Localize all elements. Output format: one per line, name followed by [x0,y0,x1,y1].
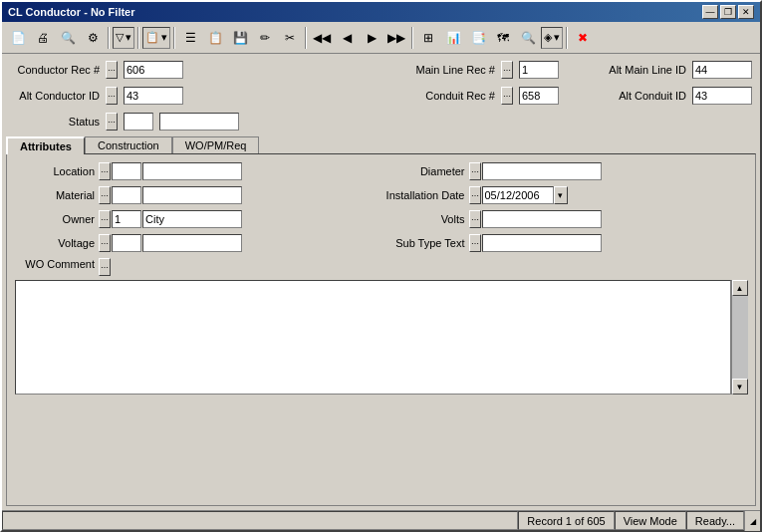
voltage-label: Voltage [15,237,95,249]
ready-status: Ready... [686,511,744,530]
last-button[interactable]: ▶▶ [384,26,408,50]
map-button[interactable]: 🗺 [491,26,515,50]
alt-main-line-id-label: Alt Main Line ID [587,64,686,76]
attributes-layout: Location ⋯ Material ⋯ [15,162,747,276]
location-controls: ⋯ [99,162,242,180]
report-button[interactable]: 📑 [466,26,490,50]
close-button[interactable]: ✕ [738,5,754,19]
location-btn[interactable]: ⋯ [99,162,111,180]
material-controls: ⋯ [99,186,242,204]
print-button[interactable]: 🖨 [31,26,55,50]
scroll-up-btn[interactable]: ▲ [732,280,748,296]
conduit-rec-btn[interactable]: ⋯ [501,87,513,105]
minimize-button[interactable]: — [702,5,718,19]
wo-comment-btn[interactable]: ⋯ [99,258,111,276]
owner-label: Owner [15,213,95,225]
location-text-input[interactable] [142,162,242,180]
main-line-rec-btn[interactable]: ⋯ [501,61,513,79]
view-icon: 📋 [145,31,159,44]
first-button[interactable]: ◀◀ [310,26,334,50]
wo-comment-area-row: ▲ ▼ [15,280,747,395]
owner-controls: ⋯ [99,210,242,228]
title-bar: CL Conductor - No Filter — ❐ ✕ [2,2,760,22]
list-button[interactable]: ☰ [178,26,202,50]
voltage-code-input[interactable] [112,234,141,252]
material-code-input[interactable] [112,186,141,204]
resize-corner[interactable]: ◢ [744,511,760,531]
view-dropdown[interactable]: 📋 ▾ [142,27,170,49]
tab-attributes-content: Location ⋯ Material ⋯ [6,153,756,506]
prev-button[interactable]: ◀ [335,26,359,50]
location-field: Location ⋯ [15,162,378,180]
owner-code-input[interactable] [112,210,141,228]
grid-button[interactable]: ⊞ [416,26,440,50]
date-field: ▾ [482,186,568,204]
date-dropdown-btn[interactable]: ▾ [554,186,568,204]
owner-btn[interactable]: ⋯ [99,210,111,228]
volts-btn[interactable]: ⋯ [469,210,481,228]
installation-date-lookup-btn[interactable]: ⋯ [469,186,481,204]
restore-button[interactable]: ❐ [720,5,736,19]
location-code-input[interactable] [112,162,141,180]
installation-date-label: Installation Date [385,189,465,201]
tab-attributes[interactable]: Attributes [6,136,85,154]
wo-comment-textarea[interactable] [15,280,731,395]
alt-conductor-id-btn[interactable]: ⋯ [106,87,118,105]
fields-row-1: Conductor Rec # ⋯ Main Line Rec # ⋯ Alt … [6,58,756,82]
next-button[interactable]: ▶ [360,26,383,50]
alt-main-line-id-input[interactable] [692,61,752,79]
diameter-input[interactable] [482,162,602,180]
volts-input[interactable] [482,210,602,228]
new-button[interactable]: 📄 [6,26,30,50]
tab-construction[interactable]: Construction [85,136,172,154]
zoom-button[interactable]: 🔍 [56,26,80,50]
copy-button[interactable]: 📋 [203,26,227,50]
alt-conductor-id-input[interactable] [124,87,183,105]
material-text-input[interactable] [142,186,242,204]
right-column: Diameter ⋯ Installation Date ⋯ [385,162,748,276]
material-field: Material ⋯ [15,186,378,204]
scroll-down-btn[interactable]: ▼ [732,379,748,395]
tools-button[interactable]: ⚙ [81,26,105,50]
owner-text-input[interactable] [142,210,242,228]
tab-wo-pm-req[interactable]: WO/PM/Req [172,136,260,154]
status-btn[interactable]: ⋯ [106,113,118,131]
wo-comment-area-wrapper: ▲ ▼ [15,280,747,395]
delete-button[interactable]: ✂ [278,26,302,50]
main-line-rec-input[interactable] [519,61,559,79]
diameter-btn[interactable]: ⋯ [469,162,481,180]
more-dropdown[interactable]: ◈ ▾ [541,27,563,49]
volts-label: Volts [385,213,465,225]
voltage-text-input[interactable] [142,234,242,252]
conduit-rec-input[interactable] [519,87,559,105]
filter-dropdown[interactable]: ▽ ▾ [113,27,134,49]
wo-comment-field: WO Comment ⋯ [15,258,378,276]
wo-comment-scrollbar: ▲ ▼ [731,280,747,395]
more-icon: ◈ [544,31,552,44]
sub-type-text-btn[interactable]: ⋯ [469,234,481,252]
wo-comment-controls: ⋯ [99,258,111,276]
status-text-input[interactable] [159,113,239,131]
sub-type-text-label: Sub Type Text [385,237,465,249]
chart-button[interactable]: 📊 [441,26,465,50]
edit-button[interactable]: ✏ [253,26,277,50]
installation-date-input[interactable] [482,186,554,204]
wo-comment-label: WO Comment [15,258,95,270]
close-form-button[interactable]: ✖ [571,26,595,50]
diameter-field: Diameter ⋯ [385,162,748,180]
left-column: Location ⋯ Material ⋯ [15,162,378,276]
conductor-rec-input[interactable] [124,61,183,79]
conductor-rec-btn[interactable]: ⋯ [106,61,118,79]
voltage-btn[interactable]: ⋯ [99,234,111,252]
material-btn[interactable]: ⋯ [99,186,111,204]
alt-conduit-id-label: Alt Conduit ID [587,90,686,102]
material-label: Material [15,189,95,201]
search-button[interactable]: 🔍 [516,26,540,50]
sep3 [173,27,175,49]
status-input[interactable] [124,113,153,131]
save-button[interactable]: 💾 [228,26,252,50]
alt-conduit-id-input[interactable] [692,87,752,105]
view-mode: View Mode [615,511,686,530]
status-bar: Record 1 of 605 View Mode Ready... ◢ [2,510,760,530]
sub-type-text-input[interactable] [482,234,602,252]
